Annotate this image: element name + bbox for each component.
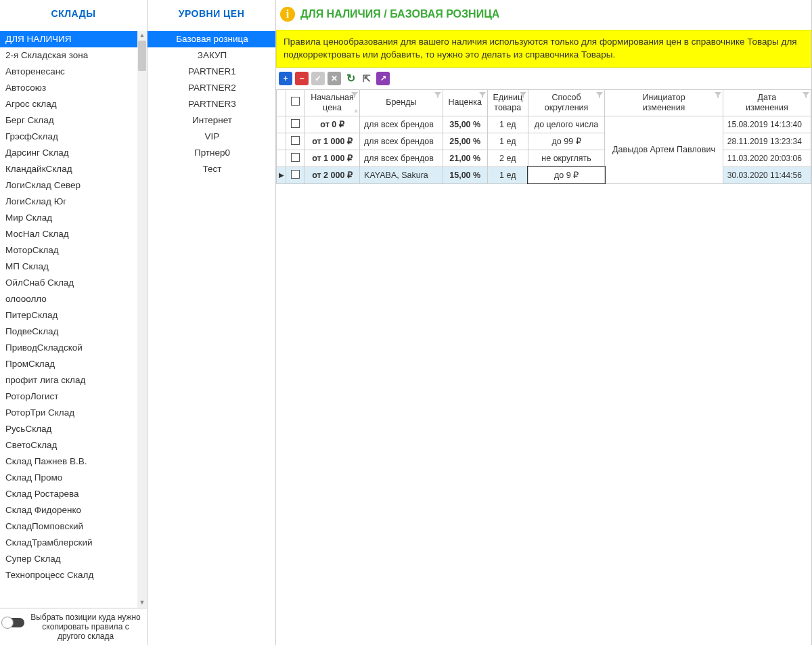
warehouse-item[interactable]: ДЛЯ НАЛИЧИЯ bbox=[0, 31, 147, 47]
cell[interactable]: 21,00 % bbox=[443, 150, 487, 166]
warehouse-item[interactable]: Технопроцесс Скалд bbox=[0, 567, 147, 583]
warehouse-item[interactable]: МП Склад bbox=[0, 259, 147, 275]
warehouse-item[interactable]: Берг Склад bbox=[0, 112, 147, 129]
cell[interactable]: для всех брендов bbox=[360, 116, 443, 133]
cell[interactable]: 1 ед bbox=[487, 116, 528, 133]
warehouse-item[interactable]: РусьСклад bbox=[0, 421, 147, 437]
table-row[interactable]: от 1 000 ₽для всех брендов25,00 %1 еддо … bbox=[277, 133, 811, 150]
table-row[interactable]: от 1 000 ₽для всех брендов21,00 %2 едне … bbox=[277, 150, 811, 166]
rules-table[interactable]: Начальнаяцена▵БрендыНаценкаЕдиництовараС… bbox=[276, 89, 811, 184]
column-header[interactable]: Способокругления bbox=[528, 89, 605, 116]
sort-icon[interactable]: ▵ bbox=[355, 107, 358, 114]
warehouse-item[interactable]: 2-я Складская зона bbox=[0, 47, 147, 64]
level-item[interactable]: VIP bbox=[148, 129, 275, 145]
level-item[interactable]: PARTNER3 bbox=[148, 96, 275, 112]
warehouse-item[interactable]: ЛогиСклад Север bbox=[0, 177, 147, 194]
warehouse-item[interactable]: Склад Пажнев В.В. bbox=[0, 453, 147, 470]
add-button[interactable]: + bbox=[279, 72, 292, 85]
row-checkbox[interactable] bbox=[291, 170, 300, 179]
level-item[interactable]: PARTNER2 bbox=[148, 80, 275, 96]
filter-icon[interactable] bbox=[479, 91, 486, 98]
filter-icon[interactable] bbox=[434, 91, 441, 98]
warehouses-list[interactable]: ДЛЯ НАЛИЧИЯ2-я Складская зонаАвторенесан… bbox=[0, 31, 147, 608]
cell[interactable]: от 1 000 ₽ bbox=[305, 133, 360, 150]
levels-list[interactable]: Базовая розницаЗАКУПPARTNER1PARTNER2PART… bbox=[148, 31, 275, 645]
column-header[interactable]: Датаизменения bbox=[723, 89, 811, 116]
level-item[interactable]: Тест bbox=[148, 161, 275, 177]
scrollbar[interactable]: ▲ ▼ bbox=[137, 31, 147, 608]
column-header[interactable]: Едиництовара bbox=[487, 89, 528, 116]
level-item[interactable]: Базовая розница bbox=[148, 31, 275, 47]
warehouse-item[interactable]: Супер Склад bbox=[0, 551, 147, 567]
level-item[interactable]: Пртнер0 bbox=[148, 145, 275, 161]
warehouse-item[interactable]: ОйлСнаб Склад bbox=[0, 275, 147, 291]
cell[interactable]: до 9 ₽ bbox=[528, 166, 605, 183]
warehouse-item[interactable]: СветоСклад bbox=[0, 437, 147, 453]
column-header[interactable]: Бренды bbox=[360, 89, 443, 116]
level-item[interactable]: Интернет bbox=[148, 112, 275, 129]
warehouse-item[interactable]: Мир Склад bbox=[0, 210, 147, 226]
column-header[interactable]: Наценка bbox=[443, 89, 487, 116]
cell[interactable]: до целого числа bbox=[528, 116, 605, 133]
cell[interactable]: 25,00 % bbox=[443, 133, 487, 150]
table-row[interactable]: от 0 ₽для всех брендов35,00 %1 еддо цело… bbox=[277, 116, 811, 133]
cell[interactable]: 1 ед bbox=[487, 133, 528, 150]
warehouse-item[interactable]: Дарсинг Склад bbox=[0, 145, 147, 161]
warehouse-item[interactable]: РоторТри Склад bbox=[0, 405, 147, 421]
filter-icon[interactable] bbox=[715, 91, 721, 98]
warehouse-item[interactable]: профит лига склад bbox=[0, 372, 147, 388]
level-item[interactable]: PARTNER1 bbox=[148, 64, 275, 80]
cell[interactable]: 35,00 % bbox=[443, 116, 487, 133]
cell[interactable]: для всех брендов bbox=[360, 150, 443, 166]
warehouse-item[interactable]: олооолло bbox=[0, 291, 147, 307]
column-header[interactable]: Начальнаяцена▵ bbox=[305, 89, 360, 116]
level-item[interactable]: ЗАКУП bbox=[148, 47, 275, 64]
warehouse-item[interactable]: Агрос склад bbox=[0, 96, 147, 112]
warehouse-item[interactable]: ПриводСкладской bbox=[0, 340, 147, 356]
column-header[interactable] bbox=[286, 89, 305, 116]
cell[interactable]: не округлять bbox=[528, 150, 605, 166]
warehouse-item[interactable]: ГрэсфСклад bbox=[0, 129, 147, 145]
row-checkbox[interactable] bbox=[291, 153, 300, 162]
external-link-button[interactable]: ↗ bbox=[376, 72, 390, 85]
row-checkbox[interactable] bbox=[291, 136, 300, 145]
cell[interactable]: 2 ед bbox=[487, 150, 528, 166]
column-header[interactable]: Инициаторизменения bbox=[605, 89, 723, 116]
warehouse-item[interactable]: Авторенесанс bbox=[0, 64, 147, 80]
warehouse-item[interactable]: Склад Фидоренко bbox=[0, 502, 147, 518]
delete-button[interactable]: − bbox=[295, 72, 309, 85]
warehouse-item[interactable]: Автосоюз bbox=[0, 80, 147, 96]
refresh-button[interactable]: ↻ bbox=[344, 72, 357, 85]
warehouse-item[interactable]: ПодвеСклад bbox=[0, 324, 147, 340]
warehouse-item[interactable]: РоторЛогист bbox=[0, 388, 147, 405]
select-all-checkbox[interactable] bbox=[291, 97, 300, 106]
table-row[interactable]: ▶от 2 000 ₽KAYABA, Sakura15,00 %1 еддо 9… bbox=[277, 166, 811, 183]
cell[interactable]: от 0 ₽ bbox=[305, 116, 360, 133]
warehouse-item[interactable]: МоторСклад bbox=[0, 242, 147, 259]
warehouse-item[interactable]: КландайкСклад bbox=[0, 161, 147, 177]
cell[interactable]: до 99 ₽ bbox=[528, 133, 605, 150]
warehouse-item[interactable]: СкладТрамблерский bbox=[0, 535, 147, 551]
filter-icon[interactable] bbox=[351, 91, 358, 98]
warehouse-item[interactable]: СкладПомповский bbox=[0, 518, 147, 535]
scroll-up-icon[interactable]: ▲ bbox=[137, 31, 147, 41]
cell[interactable]: KAYABA, Sakura bbox=[360, 166, 443, 183]
cell[interactable]: 15,00 % bbox=[443, 166, 487, 183]
cell[interactable]: от 1 000 ₽ bbox=[305, 150, 360, 166]
cell[interactable]: 1 ед bbox=[487, 166, 528, 183]
confirm-button[interactable]: ✓ bbox=[311, 72, 325, 85]
scroll-down-icon[interactable]: ▼ bbox=[137, 598, 147, 608]
export-button[interactable]: ⇱ bbox=[360, 72, 374, 85]
filter-icon[interactable] bbox=[520, 91, 526, 98]
filter-icon[interactable] bbox=[596, 91, 603, 98]
copy-rules-toggle[interactable] bbox=[3, 618, 24, 627]
cancel-button[interactable]: ✕ bbox=[328, 72, 341, 85]
warehouse-item[interactable]: ПитерСклад bbox=[0, 307, 147, 324]
warehouse-item[interactable]: ЛогиСклад Юг bbox=[0, 194, 147, 210]
scroll-thumb[interactable] bbox=[138, 41, 146, 71]
cell[interactable]: для всех брендов bbox=[360, 133, 443, 150]
cell[interactable]: от 2 000 ₽ bbox=[305, 166, 360, 183]
row-checkbox[interactable] bbox=[291, 119, 300, 128]
warehouse-item[interactable]: Склад Ростарева bbox=[0, 486, 147, 502]
warehouse-item[interactable]: ПромСклад bbox=[0, 356, 147, 372]
